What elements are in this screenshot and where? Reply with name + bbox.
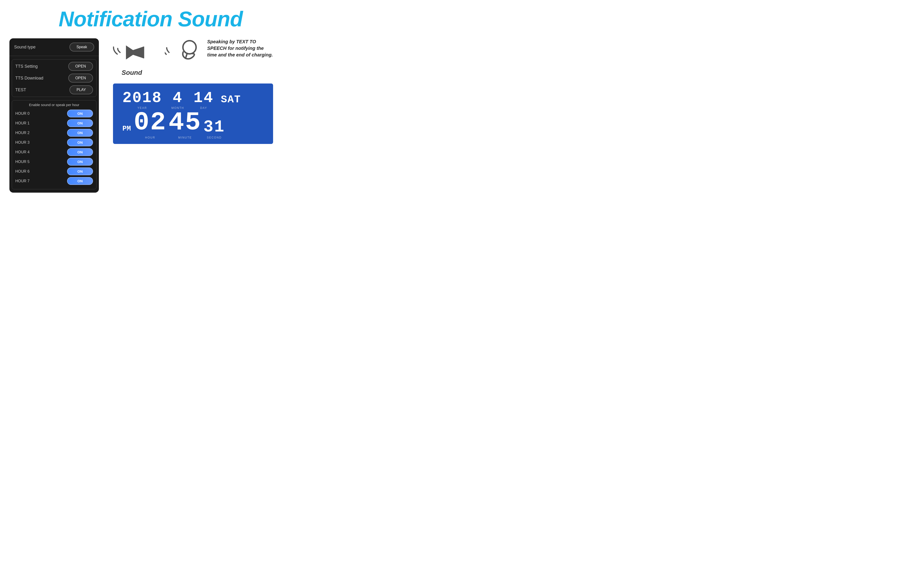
hour-2-label: HOUR 2 bbox=[15, 131, 32, 135]
tts-setting-label: TTS Setting bbox=[15, 64, 38, 69]
year-group: 2018 YEAR bbox=[122, 91, 162, 110]
icons-row: Sound Speakin bbox=[113, 38, 292, 76]
hour-row-1: HOUR 1 ON bbox=[15, 119, 93, 127]
hour-2-toggle[interactable]: ON bbox=[67, 129, 93, 137]
hour-group: 02 HOUR bbox=[134, 110, 167, 139]
hour-3-label: HOUR 3 bbox=[15, 140, 32, 145]
sound-type-label: Sound type bbox=[14, 45, 36, 50]
right-panel: Sound Speakin bbox=[99, 38, 292, 192]
svg-point-3 bbox=[183, 41, 196, 54]
year-value: 2018 bbox=[122, 91, 162, 106]
hour-row-7: HOUR 7 ON bbox=[15, 177, 93, 185]
hour-row-4: HOUR 4 ON bbox=[15, 148, 93, 156]
hour-5-toggle[interactable]: ON bbox=[67, 158, 93, 166]
hourly-header: Enable sound or speak per hour bbox=[15, 103, 93, 107]
test-play-button[interactable]: PLAY bbox=[70, 85, 93, 94]
sound-type-button[interactable]: Speak bbox=[70, 43, 94, 52]
day-value: 14 bbox=[193, 91, 214, 106]
tts-setting-row: TTS Setting OPEN bbox=[15, 62, 93, 71]
test-row: TEST PLAY bbox=[15, 85, 93, 94]
period: PM bbox=[122, 125, 131, 132]
hour-3-toggle[interactable]: ON bbox=[67, 139, 93, 146]
hour-6-toggle[interactable]: ON bbox=[67, 167, 93, 175]
minute-value: 45 bbox=[169, 110, 202, 136]
month-group: 4 MONTH bbox=[171, 91, 184, 110]
sound-type-row: Sound type Speak bbox=[9, 38, 99, 56]
hour-4-label: HOUR 4 bbox=[15, 150, 32, 154]
second-group: 31 SECOND bbox=[204, 119, 225, 139]
hour-7-label: HOUR 7 bbox=[15, 179, 32, 183]
speak-description: Speaking by TEXT TO SPEECH for notifying… bbox=[207, 38, 273, 58]
sound-icon bbox=[113, 38, 151, 66]
second-label: SECOND bbox=[207, 136, 221, 139]
tts-setting-button[interactable]: OPEN bbox=[68, 62, 93, 71]
hour-0-toggle[interactable]: ON bbox=[67, 110, 93, 117]
sound-label: Sound bbox=[122, 69, 142, 76]
hour-1-label: HOUR 1 bbox=[15, 121, 32, 125]
day-group: 14 DAY bbox=[193, 91, 214, 110]
hour-6-label: HOUR 6 bbox=[15, 169, 32, 173]
hour-row-3: HOUR 3 ON bbox=[15, 139, 93, 146]
page-title: Notification Sound bbox=[0, 0, 301, 38]
hour-4-toggle[interactable]: ON bbox=[67, 148, 93, 156]
minute-group: 45 MINUTE bbox=[169, 110, 202, 139]
tts-download-button[interactable]: OPEN bbox=[68, 74, 93, 82]
tts-section: TTS Setting OPEN TTS Download OPEN TEST … bbox=[12, 59, 96, 97]
second-value: 31 bbox=[204, 119, 225, 136]
hour-1-toggle[interactable]: ON bbox=[67, 119, 93, 127]
hour-row-5: HOUR 5 ON bbox=[15, 158, 93, 166]
svg-marker-1 bbox=[133, 47, 144, 58]
minute-label: MINUTE bbox=[178, 136, 192, 139]
hour-0-label: HOUR 0 bbox=[15, 112, 32, 116]
hour-row-6: HOUR 6 ON bbox=[15, 167, 93, 175]
hour-5-label: HOUR 5 bbox=[15, 160, 32, 164]
test-label: TEST bbox=[15, 87, 26, 93]
svg-line-4 bbox=[185, 54, 187, 58]
tts-download-label: TTS Download bbox=[15, 76, 43, 81]
sound-icon-block: Sound bbox=[113, 38, 151, 76]
tts-download-row: TTS Download OPEN bbox=[15, 74, 93, 82]
hour-7-toggle[interactable]: ON bbox=[67, 177, 93, 185]
hour-row-0: HOUR 0 ON bbox=[15, 110, 93, 117]
speak-icon bbox=[165, 38, 202, 66]
day-of-week: SAT bbox=[221, 94, 241, 106]
hourly-section: Enable sound or speak per hour HOUR 0 ON… bbox=[12, 100, 96, 189]
hour-label: HOUR bbox=[145, 136, 155, 139]
hour-row-2: HOUR 2 ON bbox=[15, 129, 93, 137]
clock-display: 2018 YEAR 4 MONTH 14 DAY SAT PM bbox=[113, 84, 273, 144]
settings-panel: Sound type Speak TTS Setting OPEN TTS Do… bbox=[9, 38, 99, 192]
hour-value: 02 bbox=[134, 110, 167, 136]
svg-marker-0 bbox=[126, 46, 133, 60]
month-value: 4 bbox=[173, 91, 183, 106]
speak-icon-block: Speaking by TEXT TO SPEECH for notifying… bbox=[165, 38, 273, 66]
